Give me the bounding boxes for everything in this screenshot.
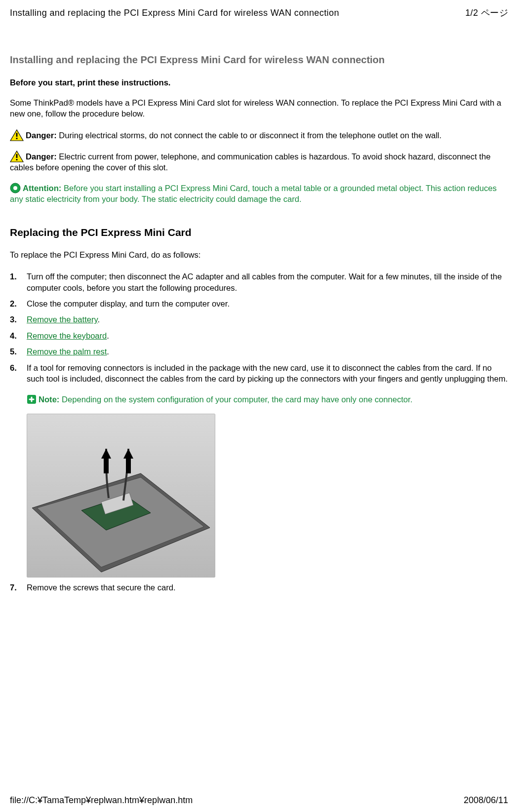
svg-rect-14 (126, 459, 131, 473)
section-intro: To replace the PCI Express Mini Card, do… (10, 250, 508, 261)
remove-palmrest-link[interactable]: Remove the palm rest (27, 347, 107, 356)
svg-rect-4 (16, 154, 18, 158)
list-item: 1. Turn off the computer; then disconnec… (10, 271, 508, 294)
figure-disconnect-cables (27, 414, 215, 578)
danger-callout-1: Danger: During electrical storms, do not… (10, 129, 508, 141)
danger-callout-2: Danger: Electric current from power, tel… (10, 151, 508, 174)
list-item: 4. Remove the keyboard. (10, 331, 508, 342)
section-heading: Replacing the PCI Express Mini Card (10, 226, 508, 239)
attention-icon (10, 183, 21, 193)
list-item: 2. Close the computer display, and turn … (10, 299, 508, 309)
footer-path: file://C:¥TamaTemp¥replwan.htm¥replwan.h… (10, 794, 193, 806)
attention-label: Attention: (23, 184, 61, 193)
attention-text: Before you start installing a PCI Expres… (10, 184, 497, 204)
danger-text: During electrical storms, do not connect… (57, 131, 441, 140)
danger-label: Danger: (26, 131, 57, 140)
svg-point-7 (13, 186, 17, 190)
doc-title-header: Installing and replacing the PCI Express… (10, 7, 339, 19)
step-number: 4. (10, 331, 27, 342)
remove-battery-link[interactable]: Remove the battery (27, 315, 98, 324)
step-number: 5. (10, 347, 27, 357)
step-body: Remove the screws that secure the card. (27, 582, 508, 593)
step-tail: . (98, 315, 100, 324)
danger-icon (10, 129, 24, 141)
print-footer: file://C:¥TamaTemp¥replwan.htm¥replwan.h… (10, 794, 508, 806)
step-number: 7. (10, 582, 27, 593)
step-body: Remove the palm rest. (27, 347, 508, 357)
danger-text: Electric current from power, telephone, … (10, 152, 490, 172)
svg-rect-13 (104, 459, 109, 473)
attention-callout: Attention: Before you start installing a… (10, 183, 508, 205)
note-icon (27, 394, 37, 404)
page-title: Installing and replacing the PCI Express… (10, 53, 508, 67)
note-text: Depending on the system configuration of… (59, 395, 412, 404)
danger-label: Danger: (26, 152, 57, 161)
list-item: 6. If a tool for removing connectors is … (10, 363, 508, 578)
step-number: 3. (10, 314, 27, 325)
step-number: 6. (10, 363, 27, 374)
print-header: Installing and replacing the PCI Express… (10, 7, 508, 19)
step-tail: . (107, 331, 109, 341)
note-label: Note: (39, 395, 59, 404)
preface-intro: Some ThinkPad® models have a PCI Express… (10, 98, 508, 120)
svg-rect-1 (16, 133, 18, 137)
list-item: 7. Remove the screws that secure the car… (10, 582, 508, 593)
list-item: 3. Remove the battery. (10, 314, 508, 325)
preface-bold: Before you start, print these instructio… (10, 77, 508, 88)
step-tail: . (107, 347, 109, 356)
svg-rect-5 (16, 159, 18, 160)
steps-list: 1. Turn off the computer; then disconnec… (10, 271, 508, 593)
step-body: Remove the battery. (27, 314, 508, 325)
step-number: 2. (10, 299, 27, 309)
danger-icon (10, 151, 24, 162)
footer-date: 2008/06/11 (464, 794, 508, 806)
step-number: 1. (10, 271, 27, 282)
note-block: Note: Depending on the system configurat… (27, 394, 508, 405)
page-indicator: 1/2 ページ (465, 7, 508, 19)
step-body: Turn off the computer; then disconnect t… (27, 271, 508, 294)
step-text: If a tool for removing connectors is inc… (27, 363, 508, 384)
step-body: Close the computer display, and turn the… (27, 299, 508, 309)
step-body: Remove the keyboard. (27, 331, 508, 342)
step-body: If a tool for removing connectors is inc… (27, 363, 508, 578)
svg-rect-2 (16, 138, 18, 139)
remove-keyboard-link[interactable]: Remove the keyboard (27, 331, 107, 341)
list-item: 5. Remove the palm rest. (10, 347, 508, 357)
